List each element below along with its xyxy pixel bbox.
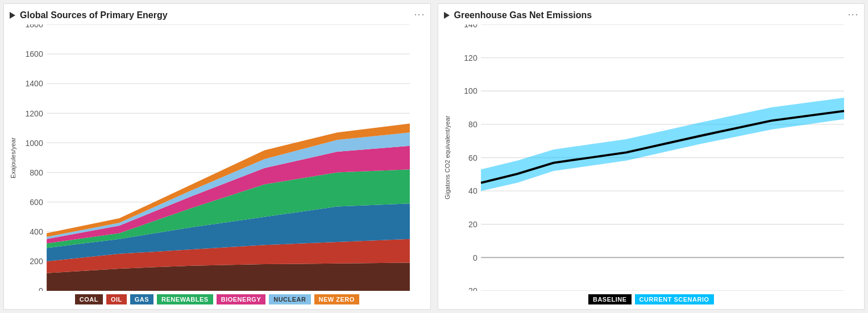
left-chart-area: Exajoules/year xyxy=(10,24,425,291)
legend-nuclear: NUCLEAR xyxy=(269,294,310,304)
svg-text:800: 800 xyxy=(30,168,43,177)
left-legend: COAL OIL GAS RENEWABLES BIOENERGY NUCLEA… xyxy=(10,294,425,304)
legend-current-scenario: CURRENT SCENARIO xyxy=(635,294,714,304)
svg-text:80: 80 xyxy=(468,120,477,129)
svg-text:1800: 1800 xyxy=(25,24,43,29)
left-panel-arrow xyxy=(10,12,15,19)
left-chart-svg: 1800 1600 1400 1200 1000 800 600 400 200… xyxy=(18,24,425,291)
right-panel: Greenhouse Gas Net Emissions ⋮ Gigatons … xyxy=(438,3,865,310)
right-chart-svg: 140 120 100 80 60 40 20 0 -20 2000 2020 … xyxy=(452,24,859,291)
left-panel: Global Sources of Primary Energy ⋮ Exajo… xyxy=(3,3,431,310)
legend-oil: OIL xyxy=(106,294,127,304)
right-chart-area: Gigatons CO2 equivalent/year xyxy=(444,24,859,291)
right-panel-title-text: Greenhouse Gas Net Emissions xyxy=(454,10,592,20)
svg-text:1200: 1200 xyxy=(25,108,43,118)
legend-coal: COAL xyxy=(75,294,103,304)
right-legend: BASELINE CURRENT SCENARIO xyxy=(444,294,859,304)
svg-text:100: 100 xyxy=(464,86,477,95)
svg-text:-20: -20 xyxy=(466,286,477,291)
right-panel-header: Greenhouse Gas Net Emissions ⋮ xyxy=(444,10,859,21)
svg-text:60: 60 xyxy=(468,153,477,162)
left-chart-container: 1800 1600 1400 1200 1000 800 600 400 200… xyxy=(18,24,425,291)
svg-text:20: 20 xyxy=(468,220,477,229)
legend-baseline: BASELINE xyxy=(588,294,632,304)
right-panel-title: Greenhouse Gas Net Emissions xyxy=(444,10,592,20)
legend-newzero: NEW ZERO xyxy=(314,294,359,304)
svg-text:600: 600 xyxy=(30,198,43,207)
svg-text:120: 120 xyxy=(464,53,477,62)
svg-text:1400: 1400 xyxy=(25,79,43,88)
svg-text:0: 0 xyxy=(39,286,43,291)
legend-bioenergy: BIOENERGY xyxy=(217,294,266,304)
legend-gas: GAS xyxy=(130,294,153,304)
svg-text:200: 200 xyxy=(30,257,43,266)
right-panel-arrow xyxy=(444,12,450,19)
svg-text:140: 140 xyxy=(464,24,477,29)
left-panel-menu[interactable]: ⋮ xyxy=(414,10,425,21)
left-y-axis-label: Exajoules/year xyxy=(10,24,16,291)
left-panel-header: Global Sources of Primary Energy ⋮ xyxy=(10,10,425,21)
svg-text:400: 400 xyxy=(30,227,43,236)
legend-renewables: RENEWABLES xyxy=(157,294,213,304)
right-panel-menu[interactable]: ⋮ xyxy=(848,10,858,21)
right-chart-container: 140 120 100 80 60 40 20 0 -20 2000 2020 … xyxy=(452,24,859,291)
left-panel-title-text: Global Sources of Primary Energy xyxy=(20,10,168,20)
svg-text:0: 0 xyxy=(472,253,477,262)
svg-text:40: 40 xyxy=(468,186,477,195)
left-panel-title: Global Sources of Primary Energy xyxy=(10,10,168,20)
right-y-axis-label: Gigatons CO2 equivalent/year xyxy=(444,24,451,291)
svg-text:1000: 1000 xyxy=(25,139,43,148)
svg-text:1600: 1600 xyxy=(25,49,43,59)
